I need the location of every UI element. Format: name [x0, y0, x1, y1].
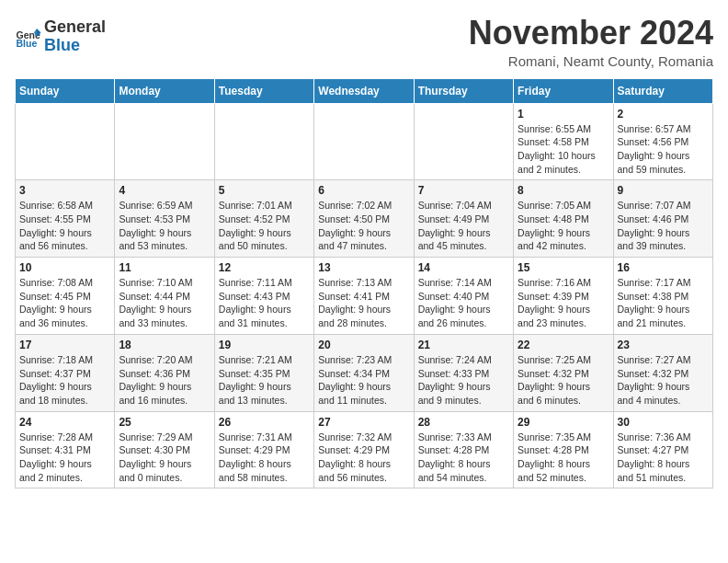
logo-icon: Gene Blue: [15, 23, 42, 51]
day-number: 8: [518, 184, 609, 197]
calendar-cell: 3Sunrise: 6:58 AM Sunset: 4:55 PM Daylig…: [16, 180, 115, 258]
location-text: Romani, Neamt County, Romania: [469, 53, 713, 69]
calendar-cell: 9Sunrise: 7:07 AM Sunset: 4:46 PM Daylig…: [613, 180, 712, 258]
day-number: 10: [19, 261, 110, 274]
calendar-cell: 6Sunrise: 7:02 AM Sunset: 4:50 PM Daylig…: [314, 180, 414, 258]
day-info: Sunrise: 7:18 AM Sunset: 4:37 PM Dayligh…: [19, 353, 110, 408]
day-info: Sunrise: 7:14 AM Sunset: 4:40 PM Dayligh…: [418, 276, 509, 330]
day-number: 21: [418, 339, 509, 351]
calendar-cell: [414, 103, 513, 180]
calendar-cell: 27Sunrise: 7:32 AM Sunset: 4:29 PM Dayli…: [314, 411, 414, 488]
calendar-cell: 12Sunrise: 7:11 AM Sunset: 4:43 PM Dayli…: [214, 258, 313, 335]
calendar-table: SundayMondayTuesdayWednesdayThursdayFrid…: [15, 78, 713, 489]
weekday-header-thursday: Thursday: [414, 78, 513, 103]
calendar-cell: 28Sunrise: 7:33 AM Sunset: 4:28 PM Dayli…: [414, 411, 513, 488]
weekday-header-friday: Friday: [514, 78, 613, 103]
day-number: 5: [219, 184, 310, 197]
day-number: 30: [618, 416, 709, 429]
svg-text:Blue: Blue: [17, 37, 38, 48]
day-info: Sunrise: 7:05 AM Sunset: 4:48 PM Dayligh…: [518, 199, 609, 253]
calendar-cell: 18Sunrise: 7:20 AM Sunset: 4:36 PM Dayli…: [115, 334, 214, 411]
calendar-cell: [214, 103, 313, 180]
logo-blue-text: Blue: [44, 36, 80, 54]
calendar-cell: 20Sunrise: 7:23 AM Sunset: 4:34 PM Dayli…: [314, 334, 414, 411]
day-info: Sunrise: 7:36 AM Sunset: 4:27 PM Dayligh…: [618, 431, 709, 485]
day-info: Sunrise: 7:27 AM Sunset: 4:32 PM Dayligh…: [618, 353, 709, 408]
day-info: Sunrise: 7:32 AM Sunset: 4:29 PM Dayligh…: [318, 431, 409, 485]
day-number: 7: [418, 184, 509, 197]
month-title: November 2024: [469, 15, 713, 52]
calendar-cell: 16Sunrise: 7:17 AM Sunset: 4:38 PM Dayli…: [613, 258, 712, 335]
calendar-week-1: 1Sunrise: 6:55 AM Sunset: 4:58 PM Daylig…: [16, 103, 713, 180]
day-number: 17: [19, 339, 110, 351]
day-info: Sunrise: 7:25 AM Sunset: 4:32 PM Dayligh…: [518, 353, 609, 408]
weekday-header-tuesday: Tuesday: [214, 78, 313, 103]
day-info: Sunrise: 7:16 AM Sunset: 4:39 PM Dayligh…: [518, 276, 609, 330]
day-number: 20: [318, 339, 409, 351]
calendar-week-3: 10Sunrise: 7:08 AM Sunset: 4:45 PM Dayli…: [16, 258, 713, 335]
day-number: 1: [518, 108, 609, 121]
day-info: Sunrise: 6:59 AM Sunset: 4:53 PM Dayligh…: [119, 199, 210, 253]
calendar-week-2: 3Sunrise: 6:58 AM Sunset: 4:55 PM Daylig…: [16, 180, 713, 258]
day-info: Sunrise: 6:57 AM Sunset: 4:56 PM Dayligh…: [618, 122, 709, 177]
day-info: Sunrise: 7:21 AM Sunset: 4:35 PM Dayligh…: [219, 353, 310, 408]
calendar-cell: 24Sunrise: 7:28 AM Sunset: 4:31 PM Dayli…: [16, 411, 115, 488]
logo-general-text: General: [44, 17, 106, 36]
day-info: Sunrise: 7:13 AM Sunset: 4:41 PM Dayligh…: [318, 276, 409, 330]
day-info: Sunrise: 7:11 AM Sunset: 4:43 PM Dayligh…: [219, 276, 310, 330]
calendar-week-4: 17Sunrise: 7:18 AM Sunset: 4:37 PM Dayli…: [16, 334, 713, 411]
day-number: 3: [19, 184, 110, 197]
calendar-header: SundayMondayTuesdayWednesdayThursdayFrid…: [16, 78, 713, 103]
day-number: 18: [119, 339, 210, 351]
day-info: Sunrise: 7:33 AM Sunset: 4:28 PM Dayligh…: [418, 431, 509, 485]
calendar-cell: 29Sunrise: 7:35 AM Sunset: 4:28 PM Dayli…: [514, 411, 613, 488]
logo: Gene Blue General Blue: [15, 18, 106, 55]
calendar-cell: 10Sunrise: 7:08 AM Sunset: 4:45 PM Dayli…: [16, 258, 115, 335]
day-info: Sunrise: 7:10 AM Sunset: 4:44 PM Dayligh…: [119, 276, 210, 330]
calendar-cell: 4Sunrise: 6:59 AM Sunset: 4:53 PM Daylig…: [115, 180, 214, 258]
day-number: 19: [219, 339, 310, 351]
calendar-cell: [314, 103, 414, 180]
calendar-cell: [115, 103, 214, 180]
day-info: Sunrise: 7:29 AM Sunset: 4:30 PM Dayligh…: [119, 431, 210, 485]
day-info: Sunrise: 6:55 AM Sunset: 4:58 PM Dayligh…: [518, 122, 609, 177]
weekday-header-row: SundayMondayTuesdayWednesdayThursdayFrid…: [16, 78, 713, 103]
day-number: 16: [618, 261, 709, 274]
calendar-body: 1Sunrise: 6:55 AM Sunset: 4:58 PM Daylig…: [16, 103, 713, 488]
day-info: Sunrise: 7:07 AM Sunset: 4:46 PM Dayligh…: [618, 199, 709, 253]
calendar-week-5: 24Sunrise: 7:28 AM Sunset: 4:31 PM Dayli…: [16, 411, 713, 488]
weekday-header-wednesday: Wednesday: [314, 78, 414, 103]
day-number: 14: [418, 261, 509, 274]
calendar-cell: 17Sunrise: 7:18 AM Sunset: 4:37 PM Dayli…: [16, 334, 115, 411]
day-info: Sunrise: 7:17 AM Sunset: 4:38 PM Dayligh…: [618, 276, 709, 330]
calendar-cell: 26Sunrise: 7:31 AM Sunset: 4:29 PM Dayli…: [214, 411, 313, 488]
day-info: Sunrise: 7:23 AM Sunset: 4:34 PM Dayligh…: [318, 353, 409, 408]
day-info: Sunrise: 7:08 AM Sunset: 4:45 PM Dayligh…: [19, 276, 110, 330]
calendar-cell: 7Sunrise: 7:04 AM Sunset: 4:49 PM Daylig…: [414, 180, 513, 258]
day-info: Sunrise: 7:28 AM Sunset: 4:31 PM Dayligh…: [19, 431, 110, 485]
day-number: 4: [119, 184, 210, 197]
day-number: 24: [19, 416, 110, 429]
calendar-cell: 21Sunrise: 7:24 AM Sunset: 4:33 PM Dayli…: [414, 334, 513, 411]
day-info: Sunrise: 7:24 AM Sunset: 4:33 PM Dayligh…: [418, 353, 509, 408]
day-number: 27: [318, 416, 409, 429]
calendar-cell: 19Sunrise: 7:21 AM Sunset: 4:35 PM Dayli…: [214, 334, 313, 411]
day-number: 13: [318, 261, 409, 274]
calendar-cell: 25Sunrise: 7:29 AM Sunset: 4:30 PM Dayli…: [115, 411, 214, 488]
page-header: Gene Blue General Blue November 2024 Rom…: [15, 15, 713, 69]
calendar-cell: 1Sunrise: 6:55 AM Sunset: 4:58 PM Daylig…: [514, 103, 613, 180]
day-number: 22: [518, 339, 609, 351]
day-number: 11: [119, 261, 210, 274]
day-number: 9: [618, 184, 709, 197]
day-info: Sunrise: 7:01 AM Sunset: 4:52 PM Dayligh…: [219, 199, 310, 253]
calendar-cell: 30Sunrise: 7:36 AM Sunset: 4:27 PM Dayli…: [613, 411, 712, 488]
day-number: 29: [518, 416, 609, 429]
day-info: Sunrise: 7:04 AM Sunset: 4:49 PM Dayligh…: [418, 199, 509, 253]
calendar-cell: 11Sunrise: 7:10 AM Sunset: 4:44 PM Dayli…: [115, 258, 214, 335]
day-info: Sunrise: 7:02 AM Sunset: 4:50 PM Dayligh…: [318, 199, 409, 253]
weekday-header-monday: Monday: [115, 78, 214, 103]
day-number: 15: [518, 261, 609, 274]
weekday-header-sunday: Sunday: [16, 78, 115, 103]
day-number: 25: [119, 416, 210, 429]
calendar-cell: 13Sunrise: 7:13 AM Sunset: 4:41 PM Dayli…: [314, 258, 414, 335]
